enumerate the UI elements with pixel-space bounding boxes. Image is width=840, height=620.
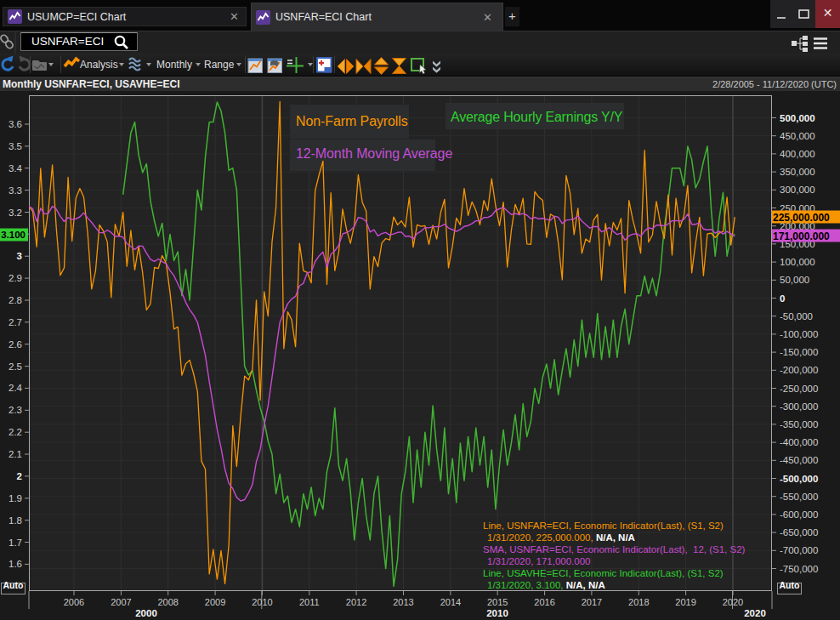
svg-text:2011: 2011 (299, 597, 320, 607)
svg-text:3: 3 (17, 251, 22, 261)
svg-text:3.4: 3.4 (9, 163, 23, 173)
svg-text:225,000.000: 225,000.000 (773, 212, 830, 224)
svg-text:-700,000: -700,000 (780, 545, 818, 555)
svg-text:1/31/2020, 171,000.000: 1/31/2020, 171,000.000 (487, 556, 591, 566)
svg-text:3.2: 3.2 (9, 208, 22, 218)
svg-text:3.6: 3.6 (9, 119, 22, 129)
svg-text:2009: 2009 (205, 597, 225, 607)
svg-text:50,000: 50,000 (780, 275, 809, 285)
svg-text:2008: 2008 (157, 597, 178, 607)
svg-text:450,000: 450,000 (780, 131, 815, 141)
svg-text:100,000: 100,000 (780, 257, 815, 267)
svg-text:400,000: 400,000 (780, 149, 815, 159)
svg-text:2.8: 2.8 (9, 295, 22, 305)
svg-text:Auto: Auto (780, 580, 800, 590)
svg-text:2006: 2006 (64, 597, 84, 607)
svg-text:-750,000: -750,000 (780, 564, 818, 574)
svg-text:2013: 2013 (393, 597, 413, 607)
svg-text:1.7: 1.7 (9, 538, 22, 548)
svg-text:500,000: 500,000 (780, 113, 815, 123)
svg-text:-550,000: -550,000 (780, 492, 818, 502)
svg-text:2018: 2018 (628, 597, 649, 607)
svg-text:-450,000: -450,000 (780, 455, 818, 465)
svg-text:2.6: 2.6 (9, 339, 22, 350)
svg-text:-250,000: -250,000 (780, 384, 818, 394)
svg-text:1.9: 1.9 (9, 493, 22, 503)
svg-text:0: 0 (780, 293, 785, 304)
svg-text:1/31/2020, 3.100, N/A, N/A: 1/31/2020, 3.100, N/A, N/A (487, 580, 605, 590)
svg-text:3.3: 3.3 (9, 185, 22, 196)
svg-text:2: 2 (17, 471, 22, 481)
svg-text:1/31/2020, 225,000.000, N/A, N: 1/31/2020, 225,000.000, N/A, N/A (487, 532, 635, 543)
svg-text:-600,000: -600,000 (780, 509, 818, 520)
svg-text:2.4: 2.4 (9, 383, 23, 393)
svg-text:2.1: 2.1 (9, 449, 22, 459)
svg-text:2017: 2017 (582, 597, 602, 607)
svg-text:2.2: 2.2 (9, 427, 22, 437)
svg-text:2010: 2010 (486, 608, 508, 618)
svg-text:Line, USNFAR=ECI, Economic Ind: Line, USNFAR=ECI, Economic Indicator(Las… (483, 520, 724, 531)
svg-text:Average Hourly Earnings Y/Y: Average Hourly Earnings Y/Y (451, 110, 623, 124)
svg-text:2.5: 2.5 (9, 361, 22, 372)
svg-text:350,000: 350,000 (780, 167, 815, 177)
svg-text:12-Month Moving Average: 12-Month Moving Average (296, 146, 452, 161)
svg-text:171,000.000: 171,000.000 (773, 230, 830, 242)
svg-text:2020: 2020 (744, 608, 766, 618)
svg-text:2010: 2010 (252, 597, 272, 607)
svg-text:2000: 2000 (135, 608, 157, 618)
svg-text:300,000: 300,000 (780, 185, 815, 195)
svg-text:Non-Farm Payrolls: Non-Farm Payrolls (296, 114, 408, 128)
svg-text:2019: 2019 (675, 597, 695, 607)
svg-text:2015: 2015 (487, 597, 508, 607)
svg-text:-200,000: -200,000 (780, 365, 818, 375)
svg-text:2014: 2014 (440, 597, 461, 607)
svg-text:3.100: 3.100 (1, 230, 26, 240)
svg-text:-350,000: -350,000 (780, 419, 818, 429)
svg-text:SMA, USNFAR=ECI, Economic Indi: SMA, USNFAR=ECI, Economic Indicator(Last… (483, 544, 746, 555)
svg-text:-50,000: -50,000 (780, 311, 813, 321)
svg-text:-100,000: -100,000 (780, 329, 818, 339)
svg-text:Line, USAVHE=ECI, Economic Ind: Line, USAVHE=ECI, Economic Indicator(Las… (483, 568, 724, 578)
svg-text:1.8: 1.8 (9, 515, 22, 526)
svg-text:-400,000: -400,000 (780, 437, 818, 447)
svg-text:2020: 2020 (723, 597, 743, 607)
svg-text:1.6: 1.6 (9, 559, 22, 569)
svg-text:2016: 2016 (534, 597, 554, 607)
svg-text:-150,000: -150,000 (780, 347, 818, 357)
svg-text:-650,000: -650,000 (780, 527, 818, 538)
svg-text:3.5: 3.5 (9, 141, 22, 151)
svg-text:2012: 2012 (346, 597, 366, 607)
svg-text:Auto: Auto (3, 580, 24, 590)
svg-text:2.9: 2.9 (9, 273, 22, 283)
svg-text:-300,000: -300,000 (780, 401, 818, 412)
svg-text:2007: 2007 (111, 597, 131, 607)
svg-text:2.3: 2.3 (9, 405, 22, 415)
svg-text:-500,000: -500,000 (780, 474, 818, 484)
svg-text:2.7: 2.7 (9, 317, 22, 327)
